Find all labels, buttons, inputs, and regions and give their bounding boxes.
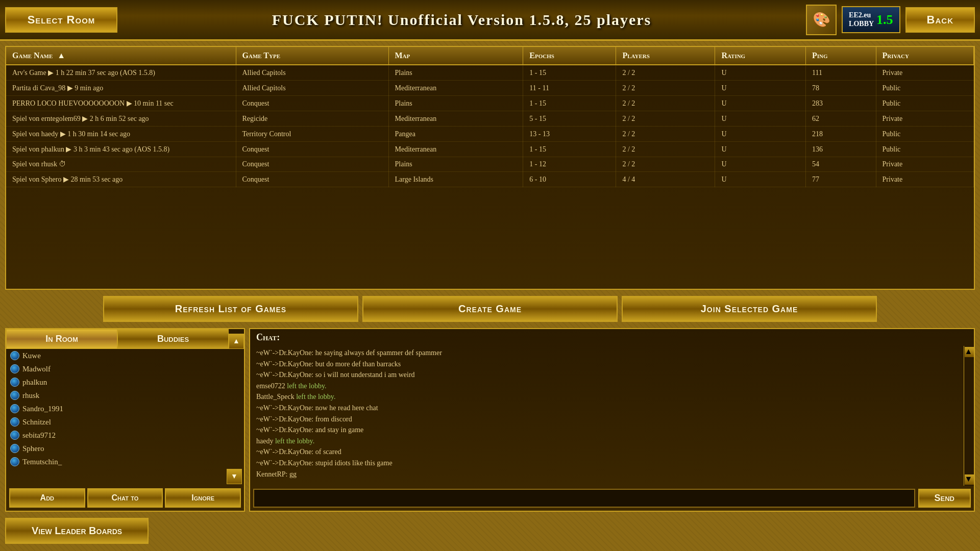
table-row[interactable]: Spiel von Sphero ▶ 28 min 53 sec agoConq… — [6, 172, 974, 187]
cell-privacy: Private — [876, 111, 973, 127]
chat-label: Chat: — [250, 329, 974, 346]
list-item[interactable]: Madwolf — [6, 362, 244, 375]
cell-gameType: Conquest — [236, 172, 388, 187]
chat-message: emse0722 left the lobby. — [256, 381, 958, 391]
cell-epochs: 13 - 13 — [523, 127, 616, 142]
col-header-map[interactable]: Map — [388, 47, 523, 65]
scrollbar-thumb-up[interactable]: ▲ — [965, 347, 974, 357]
list-item[interactable]: Schnitzel — [6, 415, 244, 429]
chat-scrollbar[interactable]: ▲ ▼ — [964, 346, 974, 486]
col-header-players[interactable]: Players — [616, 47, 715, 65]
globe-icon — [10, 404, 19, 413]
cell-ping: 77 — [806, 172, 876, 187]
player-name: rhusk — [22, 391, 39, 400]
cell-rating: U — [715, 81, 806, 96]
cell-privacy: Public — [876, 142, 973, 157]
version-label: 1.5 — [876, 12, 893, 28]
cell-privacy: Public — [876, 96, 973, 111]
globe-icon — [10, 351, 19, 360]
list-item[interactable]: Sphero — [6, 442, 244, 455]
list-item[interactable]: phalkun — [6, 375, 244, 389]
col-header-game-type[interactable]: Game Type — [236, 47, 388, 65]
chat-input[interactable] — [253, 489, 915, 508]
cell-privacy: Private — [876, 172, 973, 187]
chat-to-button[interactable]: Chat to — [87, 488, 163, 508]
col-header-rating[interactable]: Rating — [715, 47, 806, 65]
cell-map: Plains — [388, 157, 523, 172]
player-list: KuweMadwolfphalkunrhuskSandro_1991Schnit… — [6, 349, 244, 468]
bottom-section: In Room Buddies ▲ KuweMadwolfphalkunrhus… — [5, 328, 975, 512]
cell-players: 2 / 2 — [616, 65, 715, 81]
cell-privacy: Public — [876, 81, 973, 96]
ee2-logo: EE2.euLOBBY 1.5 — [842, 6, 900, 34]
globe-icon — [10, 444, 19, 453]
cell-epochs: 1 - 15 — [523, 96, 616, 111]
add-player-button[interactable]: Add — [9, 488, 85, 508]
create-game-button[interactable]: Create Game — [362, 296, 618, 322]
cell-rating: U — [715, 96, 806, 111]
cell-epochs: 5 - 15 — [523, 111, 616, 127]
col-header-privacy[interactable]: Privacy — [876, 47, 973, 65]
player-scroll-down[interactable]: ▼ — [227, 469, 242, 484]
cell-epochs: 6 - 10 — [523, 172, 616, 187]
cell-rating: U — [715, 157, 806, 172]
join-game-button[interactable]: Join Selected Game — [622, 296, 877, 322]
scrollbar-thumb-down[interactable]: ▼ — [965, 474, 974, 485]
globe-icon — [10, 457, 19, 466]
table-row[interactable]: Spiel von rhusk ⏱ConquestPlains1 - 122 /… — [6, 157, 974, 172]
player-name: Sandro_1991 — [22, 405, 63, 413]
chat-message: ~eW`->Dr.KayOne: he saying always def sp… — [256, 348, 958, 358]
player-name: Sphero — [22, 444, 44, 453]
chat-message: KennetRP: gg — [256, 469, 958, 480]
leaderboards-button[interactable]: View Leader Boards — [5, 518, 149, 544]
col-header-epochs[interactable]: Epochs — [523, 47, 616, 65]
list-item[interactable]: Sandro_1991 — [6, 402, 244, 415]
chat-messages: ~eW`->Dr.KayOne: he saying always def sp… — [250, 346, 964, 486]
list-item[interactable]: Kuwe — [6, 349, 244, 362]
cell-map: Mediterranean — [388, 142, 523, 157]
refresh-button[interactable]: Refresh List of Games — [103, 296, 358, 322]
cell-rating: U — [715, 127, 806, 142]
table-row[interactable]: Partita di Cava_98 ▶ 9 min agoAllied Cap… — [6, 81, 974, 96]
chat-message: ~eW`->Dr.KayOne: stupid idiots like this… — [256, 458, 958, 468]
player-list-container: In Room Buddies ▲ KuweMadwolfphalkunrhus… — [5, 328, 245, 512]
cell-gameType: Conquest — [236, 157, 388, 172]
cell-gameType: Conquest — [236, 142, 388, 157]
cell-gameType: Allied Capitols — [236, 81, 388, 96]
col-header-game-name[interactable]: Game Name ▲ — [6, 47, 236, 65]
cell-gameName: Arv's Game ▶ 1 h 22 min 37 sec ago (AOS … — [6, 65, 236, 81]
table-row[interactable]: Arv's Game ▶ 1 h 22 min 37 sec ago (AOS … — [6, 65, 974, 81]
header-right: 🎨 EE2.euLOBBY 1.5 Back — [806, 5, 975, 35]
tab-buddies[interactable]: Buddies — [117, 329, 229, 349]
tab-in-room[interactable]: In Room — [6, 329, 117, 349]
back-button[interactable]: Back — [905, 7, 975, 33]
chat-message: ~eW`->Dr.KayOne: so i will not understan… — [256, 370, 958, 380]
table-row[interactable]: PERRO LOCO HUEVOOOOOOOON ▶ 10 min 11 sec… — [6, 96, 974, 111]
table-row[interactable]: Spiel von phalkun ▶ 3 h 3 min 43 sec ago… — [6, 142, 974, 157]
player-scroll-up[interactable]: ▲ — [229, 334, 244, 349]
player-name: Temutschin_ — [22, 458, 62, 466]
cell-rating: U — [715, 65, 806, 81]
lobby-label: EE2.euLOBBY — [849, 11, 874, 29]
col-header-ping[interactable]: Ping — [806, 47, 876, 65]
main-content: Game Name ▲ Game Type Map Epochs Players… — [0, 41, 980, 551]
cell-players: 2 / 2 — [616, 111, 715, 127]
cell-privacy: Private — [876, 65, 973, 81]
list-item[interactable]: rhusk — [6, 389, 244, 402]
globe-icon — [10, 431, 19, 440]
cell-map: Plains — [388, 65, 523, 81]
player-name: Madwolf — [22, 365, 51, 373]
cell-players: 2 / 2 — [616, 81, 715, 96]
table-row[interactable]: Spiel von erntegolem69 ▶ 2 h 6 min 52 se… — [6, 111, 974, 127]
list-item[interactable]: Temutschin_ — [6, 455, 244, 468]
select-room-button[interactable]: Select Room — [5, 7, 117, 33]
header-title: FUCK PUTIN! Unofficial Version 1.5.8, 25… — [117, 11, 806, 29]
player-name: phalkun — [22, 378, 47, 387]
game-table: Game Name ▲ Game Type Map Epochs Players… — [6, 47, 974, 187]
list-item[interactable]: sebita9712 — [6, 429, 244, 442]
table-row[interactable]: Spiel von haedy ▶ 1 h 30 min 14 sec agoT… — [6, 127, 974, 142]
send-button[interactable]: Send — [918, 489, 971, 508]
cell-gameType: Allied Capitols — [236, 65, 388, 81]
ignore-button[interactable]: Ignore — [165, 488, 241, 508]
globe-icon — [10, 378, 19, 387]
